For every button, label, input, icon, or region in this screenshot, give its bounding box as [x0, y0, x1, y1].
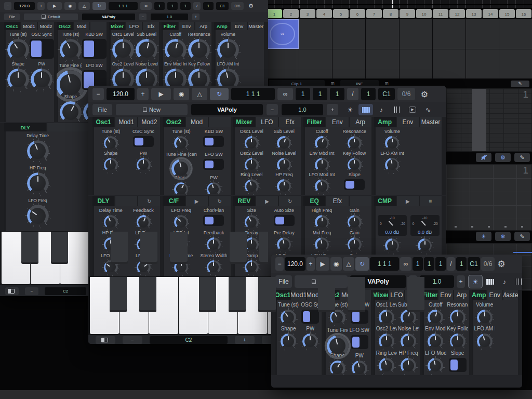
- synth-control[interactable]: Tune Fine (cents): [59, 63, 83, 94]
- panel-tab[interactable]: EQ: [303, 196, 325, 206]
- instrument-name-display[interactable]: VAPoly: [191, 104, 263, 115]
- fx-control[interactable]: Chor/Flan: [197, 208, 230, 230]
- panel-tab[interactable]: Efx: [279, 117, 301, 127]
- control-widget[interactable]: [277, 179, 291, 193]
- scene-button[interactable]: 12: [449, 9, 465, 18]
- control-widget[interactable]: [277, 237, 291, 251]
- panel-tab[interactable]: Mod1: [21, 22, 37, 30]
- bpm-display[interactable]: 120.0: [107, 88, 135, 100]
- control-widget[interactable]: [277, 136, 291, 150]
- play-button[interactable]: ▶: [316, 257, 329, 271]
- clip-pad[interactable]: [433, 19, 466, 49]
- panel-tab[interactable]: Mod1: [115, 117, 137, 127]
- synth-control[interactable]: KBD SW: [83, 32, 107, 63]
- panel-tab[interactable]: ≡: [420, 196, 442, 206]
- control-widget[interactable]: [428, 310, 443, 325]
- control-widget[interactable]: [315, 237, 329, 251]
- control-widget[interactable]: [352, 361, 367, 375]
- panel-tab[interactable]: Mod2: [38, 22, 54, 30]
- scene-button[interactable]: 13: [466, 9, 482, 18]
- panel-tab[interactable]: DLY: [92, 196, 114, 206]
- synth-control[interactable]: Volume: [376, 129, 409, 151]
- voice-count-display[interactable]: 0/6: [231, 2, 244, 10]
- scene-button[interactable]: 2: [283, 9, 299, 18]
- synth-control[interactable]: OSC Sync: [30, 32, 54, 61]
- panel-tab[interactable]: [209, 117, 231, 127]
- synth-control[interactable]: PW: [127, 151, 160, 172]
- piano-black-key[interactable]: [110, 277, 127, 312]
- synth-control[interactable]: Tune Fine (: [326, 327, 348, 353]
- panel-tab[interactable]: LFO: [126, 22, 142, 30]
- control-widget[interactable]: [207, 260, 221, 274]
- time-sig-denominator-display[interactable]: 1: [361, 88, 376, 100]
- synth-control[interactable]: LFO SW: [349, 327, 370, 353]
- time-sig-numerator-display[interactable]: 1: [435, 257, 446, 271]
- time-sig-denominator-display[interactable]: 1: [203, 2, 214, 10]
- panel-tab[interactable]: CMP: [374, 196, 396, 206]
- clip-pad[interactable]: [332, 19, 365, 49]
- panel-tab[interactable]: Arp: [454, 290, 469, 300]
- settings-button[interactable]: ⚙: [496, 257, 507, 271]
- bpm-decrement-button[interactable]: −: [4, 2, 11, 10]
- clip-pad[interactable]: [499, 19, 532, 49]
- fx-control[interactable]: LFO Freq: [165, 208, 197, 230]
- panel-tab[interactable]: [115, 196, 137, 206]
- panel-tab[interactable]: Amp: [214, 22, 230, 30]
- infinity-loop-button[interactable]: ∞: [400, 257, 411, 271]
- voice-count-display[interactable]: 0/6: [481, 257, 495, 271]
- panel-tab[interactable]: Env: [179, 22, 195, 30]
- piano-black-key[interactable]: [229, 277, 246, 312]
- file-menu-button[interactable]: File: [4, 14, 20, 20]
- bar-field-2-display[interactable]: 1: [313, 88, 327, 100]
- synth-control[interactable]: Slope: [446, 350, 468, 374]
- panel-tab[interactable]: Mod: [186, 117, 208, 127]
- fx-control[interactable]: Delay Time: [95, 208, 127, 230]
- fx-control[interactable]: Feedback: [127, 208, 160, 230]
- patch-value-display[interactable]: 1.0: [151, 14, 188, 20]
- clip-pad[interactable]: [499, 49, 532, 79]
- panel-tab[interactable]: Efx: [326, 196, 348, 206]
- fx-control[interactable]: Mid Freq: [305, 230, 338, 252]
- control-widget[interactable]: [401, 358, 416, 374]
- control-widget[interactable]: [301, 310, 319, 324]
- synth-control[interactable]: Resonance: [446, 302, 468, 326]
- piano-black-key[interactable]: [407, 277, 424, 312]
- control-widget[interactable]: [245, 136, 259, 150]
- loop-button[interactable]: ↻: [92, 2, 106, 10]
- fx-control[interactable]: Size: [235, 208, 268, 230]
- time-sig-divider-button[interactable]: /: [447, 257, 455, 271]
- control-widget[interactable]: [57, 70, 85, 99]
- gear-icon[interactable]: ⚙: [495, 153, 511, 162]
- play-button[interactable]: ▶: [47, 2, 62, 10]
- synth-control[interactable]: Osc1 Level: [376, 302, 397, 326]
- control-widget[interactable]: [428, 358, 443, 374]
- edit-pencil-icon[interactable]: ✎: [514, 153, 530, 162]
- control-widget[interactable]: [281, 334, 296, 349]
- octave-display[interactable]: C2: [45, 287, 86, 295]
- piano-black-key[interactable]: [51, 232, 68, 264]
- piano-black-key[interactable]: [259, 232, 268, 264]
- edit-pencil-icon[interactable]: ✎: [514, 232, 530, 241]
- clip-pad[interactable]: [266, 49, 299, 79]
- scene-button[interactable]: 6: [350, 9, 365, 18]
- root-key-display[interactable]: C1: [468, 257, 480, 271]
- control-widget[interactable]: [245, 158, 259, 172]
- control-widget[interactable]: [315, 158, 329, 172]
- octave-up-button[interactable]: +: [235, 336, 255, 344]
- preset-button[interactable]: Default: [24, 14, 78, 20]
- control-widget[interactable]: [245, 215, 259, 229]
- mute-speaker-icon[interactable]: [476, 153, 491, 162]
- scene-button[interactable]: 1: [267, 9, 282, 18]
- scene-button[interactable]: 15: [499, 9, 515, 18]
- control-widget[interactable]: [348, 237, 362, 251]
- clip-pad[interactable]: [466, 49, 499, 79]
- note-icon[interactable]: ♪: [374, 104, 389, 115]
- piano-black-key[interactable]: [111, 232, 128, 264]
- root-key-display[interactable]: C1: [378, 88, 395, 100]
- synth-control[interactable]: Shape: [6, 61, 30, 91]
- bpm-decrement-button[interactable]: −: [275, 257, 284, 271]
- record-button[interactable]: ◉: [64, 2, 76, 10]
- theme-sun-icon[interactable]: ☀: [343, 104, 357, 115]
- control-widget[interactable]: -10 0 -20 0.0 dB: [410, 215, 440, 236]
- octave-down-button[interactable]: −: [123, 336, 142, 344]
